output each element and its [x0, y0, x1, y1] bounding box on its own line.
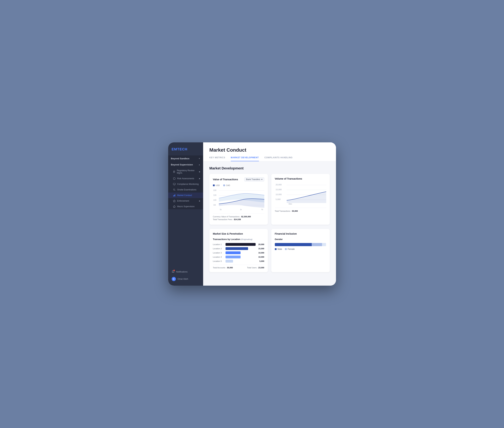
svg-text:5,000: 5,000	[213, 204, 216, 206]
sidebar-item-market-conduct[interactable]: Market Conduct	[168, 192, 203, 198]
bar-value: 5,000	[257, 260, 264, 262]
svg-text:5,000: 5,000	[276, 198, 280, 200]
svg-line-8	[175, 190, 175, 191]
macro-icon	[173, 205, 176, 208]
svg-text:10,000: 10,000	[276, 194, 282, 196]
svg-text:20,000: 20,000	[276, 184, 282, 186]
svg-rect-10	[174, 195, 175, 196]
chart-stats: Currency Value of Transactions - $2,300,…	[213, 213, 264, 221]
legend-label-female: Female	[288, 248, 295, 250]
search-icon	[173, 189, 176, 191]
sidebar-item-enforcement[interactable]: Enforcement ▶	[168, 198, 203, 204]
notification-icon-wrap	[172, 270, 175, 273]
bar-track	[226, 251, 256, 254]
total-transactions-stat: Total Transactions - 50,000	[275, 210, 326, 212]
market-size-header: Market Size & Penetration	[213, 232, 264, 235]
legend-cad: CAD	[223, 184, 230, 186]
bar-value: 15,000	[257, 247, 264, 250]
bar-value: 10,000	[257, 252, 264, 254]
sidebar-group-beyond-supervision[interactable]: Beyond Supervision ▲	[168, 162, 203, 168]
svg-text:Feb: Feb	[261, 209, 263, 211]
legend-label-cad: CAD	[226, 184, 230, 186]
financial-inclusion-header: Financial Inclusion	[275, 232, 326, 235]
svg-marker-12	[173, 200, 176, 202]
sidebar-section-sandbox: Beyond Sandbox ▼	[168, 156, 203, 162]
bar-track	[226, 260, 256, 263]
sidebar-item-regulatory-review[interactable]: Regulatory Review Mgmt. ▶	[168, 168, 203, 176]
svg-text:15,000: 15,000	[276, 189, 282, 191]
bar-row-location2: Location 2 15,000	[213, 247, 264, 250]
tab-key-metrics[interactable]: KEY METRICS	[210, 156, 225, 161]
bank-transfers-dropdown[interactable]: Bank Transfers ▾	[244, 177, 264, 181]
gender-segment-male	[275, 243, 312, 246]
sidebar-item-macro-supervision[interactable]: Macro Supervision	[168, 204, 203, 209]
notifications-item[interactable]: Notifications	[171, 268, 200, 275]
bar-row-location3: Location 3 10,000	[213, 251, 264, 254]
sidebar-item-risk-assessments[interactable]: Risk Assessments ▶	[168, 176, 203, 181]
svg-text:Dec: Dec	[289, 203, 292, 205]
chart-bar-icon	[173, 194, 176, 197]
sidebar-item-onsite-examinations[interactable]: Onsite Examinations	[168, 187, 203, 192]
bar-label: Location 4	[213, 256, 224, 258]
page-title: Market Conduct	[210, 147, 330, 153]
legend-dot-cad	[223, 184, 225, 186]
logo-highlight: EM	[172, 147, 177, 151]
legend-dot-usd	[213, 184, 215, 186]
svg-rect-4	[173, 183, 175, 185]
bar-fill	[226, 260, 233, 263]
bar-label: Location 3	[213, 252, 224, 254]
document-icon	[173, 171, 175, 173]
bar-fill	[226, 251, 241, 254]
sidebar-item-label: Macro Supervision	[177, 205, 194, 208]
card-title-volume: Volume of Transactions	[275, 177, 302, 180]
market-size-title: Market Size & Penetration	[213, 232, 243, 235]
financial-inclusion-card: Financial Inclusion Gender Male	[271, 229, 330, 272]
svg-marker-13	[173, 206, 176, 208]
sidebar-item-label: Risk Assessments	[177, 177, 194, 180]
card-title: Value of Transactions	[213, 178, 238, 181]
total-users-stat: Total Users - 23,000	[247, 267, 264, 269]
bar-chart-title: Transactions by Location (Originating)	[213, 238, 264, 240]
transaction-fees-stat: Total Transaction Fees - $14,538	[213, 218, 264, 221]
enforcement-icon	[173, 200, 176, 202]
tab-complaints-handling[interactable]: COMPLAINTS HANDLING	[264, 156, 293, 161]
chevron-up-icon: ▲	[199, 164, 200, 166]
bottom-charts-row: Market Size & Penetration Transactions b…	[210, 229, 330, 272]
sidebar-group-beyond-sandbox[interactable]: Beyond Sandbox ▼	[168, 156, 203, 162]
svg-text:Dec: Dec	[220, 209, 221, 211]
bar-track	[226, 247, 256, 250]
financial-inclusion-title: Financial Inclusion	[275, 232, 297, 235]
chevron-right-icon: ▶	[199, 178, 200, 179]
total-accounts-stat: Total Accounts - 30,000	[213, 267, 233, 269]
legend-label-male: Male	[277, 248, 282, 250]
svg-rect-11	[175, 194, 175, 196]
notification-dot	[173, 270, 175, 271]
content-area: Market Development Value of Transactions…	[203, 161, 336, 286]
gender-segment-female	[312, 243, 322, 246]
gender-segment-other	[322, 243, 326, 246]
legend-male: Male	[275, 248, 282, 250]
sidebar-group-label: Beyond Sandbox	[171, 157, 190, 160]
svg-text:10,000: 10,000	[213, 199, 216, 201]
sidebar-item-label: Regulatory Review Mgmt.	[177, 169, 197, 174]
legend-female: Female	[285, 248, 295, 250]
chevron-down-icon: ▾	[261, 178, 262, 181]
tab-market-development[interactable]: MARKET DEVELOPMENT	[231, 156, 259, 161]
sidebar-item-compliance-monitoring[interactable]: Compliance Monitoring	[168, 181, 203, 187]
volume-transactions-chart: 20,000 15,000 10,000 5,000 Dec	[275, 183, 326, 206]
chevron-down-icon: ▼	[199, 157, 200, 159]
avatar: O	[172, 277, 176, 281]
bar-fill	[226, 255, 241, 258]
svg-text:Jan: Jan	[240, 209, 242, 211]
sidebar-item-label: Compliance Monitoring	[177, 183, 199, 185]
legend-usd: USD	[213, 184, 220, 186]
currency-value-stat: Currency Value of Transactions - $2,300,…	[213, 215, 264, 218]
svg-text:20,000: 20,000	[213, 189, 216, 191]
svg-rect-9	[173, 196, 174, 196]
bar-row-location5: Location 5 5,000	[213, 260, 264, 263]
legend-label-usd: USD	[216, 184, 220, 186]
shield-icon	[173, 177, 176, 180]
bar-chart: Location 1 20,000 Location 2 15,000	[213, 243, 264, 263]
sidebar: EMTECH Beyond Sandbox ▼ Beyond Supervisi…	[168, 142, 203, 286]
user-profile-item[interactable]: O Omar Aboh	[171, 275, 200, 283]
